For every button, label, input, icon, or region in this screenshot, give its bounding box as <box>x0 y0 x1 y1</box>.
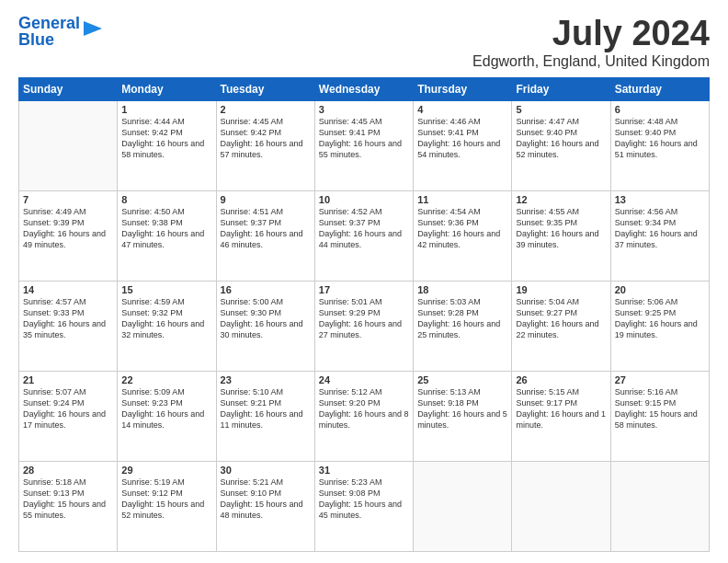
calendar-cell: 6Sunrise: 4:48 AMSunset: 9:40 PMDaylight… <box>610 100 709 190</box>
day-number: 27 <box>615 374 705 385</box>
calendar-cell: 5Sunrise: 4:47 AMSunset: 9:40 PMDaylight… <box>512 100 610 190</box>
col-header-thursday: Thursday <box>414 77 512 100</box>
week-row-4: 21Sunrise: 5:07 AMSunset: 9:24 PMDayligh… <box>19 371 710 461</box>
col-header-wednesday: Wednesday <box>314 77 413 100</box>
calendar-cell: 29Sunrise: 5:19 AMSunset: 9:12 PMDayligh… <box>118 461 216 551</box>
day-number: 5 <box>516 104 606 115</box>
logo: General Blue <box>18 15 102 48</box>
col-header-sunday: Sunday <box>19 77 118 100</box>
day-number: 11 <box>417 194 507 205</box>
day-number: 22 <box>121 374 211 385</box>
cell-details: Sunrise: 5:09 AMSunset: 9:23 PMDaylight:… <box>121 386 211 431</box>
calendar-cell: 28Sunrise: 5:18 AMSunset: 9:13 PMDayligh… <box>19 461 118 551</box>
logo-general: General <box>18 14 80 32</box>
logo-blue: Blue <box>18 30 54 49</box>
cell-details: Sunrise: 5:07 AMSunset: 9:24 PMDaylight:… <box>23 386 113 431</box>
cell-details: Sunrise: 5:04 AMSunset: 9:27 PMDaylight:… <box>516 296 606 341</box>
calendar-cell: 21Sunrise: 5:07 AMSunset: 9:24 PMDayligh… <box>19 371 118 461</box>
svg-marker-0 <box>84 21 102 36</box>
cell-details: Sunrise: 4:48 AMSunset: 9:40 PMDaylight:… <box>615 116 705 161</box>
calendar-cell <box>414 461 512 551</box>
calendar-cell: 7Sunrise: 4:49 AMSunset: 9:39 PMDaylight… <box>19 190 118 281</box>
cell-details: Sunrise: 4:44 AMSunset: 9:42 PMDaylight:… <box>121 116 211 161</box>
cell-details: Sunrise: 4:59 AMSunset: 9:32 PMDaylight:… <box>121 296 211 341</box>
calendar-cell: 16Sunrise: 5:00 AMSunset: 9:30 PMDayligh… <box>216 281 314 371</box>
cell-details: Sunrise: 4:45 AMSunset: 9:41 PMDaylight:… <box>319 116 409 161</box>
calendar-cell: 31Sunrise: 5:23 AMSunset: 9:08 PMDayligh… <box>314 461 413 551</box>
day-number: 21 <box>23 374 113 385</box>
cell-details: Sunrise: 5:23 AMSunset: 9:08 PMDaylight:… <box>319 477 409 522</box>
day-number: 16 <box>221 284 311 295</box>
day-number: 25 <box>417 374 507 385</box>
calendar-cell: 22Sunrise: 5:09 AMSunset: 9:23 PMDayligh… <box>118 371 216 461</box>
day-number: 19 <box>516 284 606 295</box>
day-number: 12 <box>516 194 606 205</box>
cell-details: Sunrise: 5:06 AMSunset: 9:25 PMDaylight:… <box>615 296 705 341</box>
week-row-3: 14Sunrise: 4:57 AMSunset: 9:33 PMDayligh… <box>19 281 710 371</box>
calendar-cell: 3Sunrise: 4:45 AMSunset: 9:41 PMDaylight… <box>314 100 413 190</box>
col-header-saturday: Saturday <box>610 77 709 100</box>
day-number: 28 <box>23 465 113 476</box>
day-number: 1 <box>121 104 211 115</box>
col-header-tuesday: Tuesday <box>216 77 314 100</box>
col-header-monday: Monday <box>118 77 216 100</box>
day-number: 3 <box>319 104 409 115</box>
day-number: 17 <box>319 284 409 295</box>
cell-details: Sunrise: 5:12 AMSunset: 9:20 PMDaylight:… <box>319 386 409 431</box>
calendar-cell <box>610 461 709 551</box>
calendar-cell: 20Sunrise: 5:06 AMSunset: 9:25 PMDayligh… <box>610 281 709 371</box>
calendar-cell: 13Sunrise: 4:56 AMSunset: 9:34 PMDayligh… <box>610 190 709 281</box>
calendar-cell: 1Sunrise: 4:44 AMSunset: 9:42 PMDaylight… <box>118 100 216 190</box>
cell-details: Sunrise: 4:54 AMSunset: 9:36 PMDaylight:… <box>417 206 507 251</box>
header-row: SundayMondayTuesdayWednesdayThursdayFrid… <box>19 77 710 100</box>
day-number: 2 <box>221 104 311 115</box>
calendar-cell: 23Sunrise: 5:10 AMSunset: 9:21 PMDayligh… <box>216 371 314 461</box>
cell-details: Sunrise: 4:49 AMSunset: 9:39 PMDaylight:… <box>23 206 113 251</box>
day-number: 24 <box>319 374 409 385</box>
day-number: 23 <box>221 374 311 385</box>
cell-details: Sunrise: 4:52 AMSunset: 9:37 PMDaylight:… <box>319 206 409 251</box>
cell-details: Sunrise: 5:21 AMSunset: 9:10 PMDaylight:… <box>221 477 311 522</box>
header: General Blue July 2024 Edgworth, England… <box>18 15 710 70</box>
day-number: 6 <box>615 104 705 115</box>
col-header-friday: Friday <box>512 77 610 100</box>
day-number: 7 <box>23 194 113 205</box>
calendar-cell: 19Sunrise: 5:04 AMSunset: 9:27 PMDayligh… <box>512 281 610 371</box>
cell-details: Sunrise: 4:55 AMSunset: 9:35 PMDaylight:… <box>516 206 606 251</box>
cell-details: Sunrise: 4:56 AMSunset: 9:34 PMDaylight:… <box>615 206 705 251</box>
calendar-table: SundayMondayTuesdayWednesdayThursdayFrid… <box>18 77 710 552</box>
subtitle: Edgworth, England, United Kingdom <box>472 53 710 70</box>
week-row-2: 7Sunrise: 4:49 AMSunset: 9:39 PMDaylight… <box>19 190 710 281</box>
calendar-cell: 27Sunrise: 5:16 AMSunset: 9:15 PMDayligh… <box>610 371 709 461</box>
day-number: 13 <box>615 194 705 205</box>
calendar-cell: 12Sunrise: 4:55 AMSunset: 9:35 PMDayligh… <box>512 190 610 281</box>
calendar-cell: 4Sunrise: 4:46 AMSunset: 9:41 PMDaylight… <box>414 100 512 190</box>
day-number: 30 <box>221 465 311 476</box>
title-block: July 2024 Edgworth, England, United King… <box>472 15 710 70</box>
cell-details: Sunrise: 5:03 AMSunset: 9:28 PMDaylight:… <box>417 296 507 341</box>
calendar-cell: 25Sunrise: 5:13 AMSunset: 9:18 PMDayligh… <box>414 371 512 461</box>
day-number: 9 <box>221 194 311 205</box>
day-number: 29 <box>121 465 211 476</box>
day-number: 15 <box>121 284 211 295</box>
main-title: July 2024 <box>472 15 710 53</box>
cell-details: Sunrise: 4:47 AMSunset: 9:40 PMDaylight:… <box>516 116 606 161</box>
calendar-cell: 15Sunrise: 4:59 AMSunset: 9:32 PMDayligh… <box>118 281 216 371</box>
day-number: 8 <box>121 194 211 205</box>
cell-details: Sunrise: 5:10 AMSunset: 9:21 PMDaylight:… <box>221 386 311 431</box>
week-row-5: 28Sunrise: 5:18 AMSunset: 9:13 PMDayligh… <box>19 461 710 551</box>
day-number: 31 <box>319 465 409 476</box>
cell-details: Sunrise: 5:19 AMSunset: 9:12 PMDaylight:… <box>121 477 211 522</box>
day-number: 10 <box>319 194 409 205</box>
cell-details: Sunrise: 4:45 AMSunset: 9:42 PMDaylight:… <box>221 116 311 161</box>
logo-arrow-icon <box>84 18 102 39</box>
day-number: 14 <box>23 284 113 295</box>
day-number: 26 <box>516 374 606 385</box>
calendar-cell: 18Sunrise: 5:03 AMSunset: 9:28 PMDayligh… <box>414 281 512 371</box>
cell-details: Sunrise: 4:50 AMSunset: 9:38 PMDaylight:… <box>121 206 211 251</box>
cell-details: Sunrise: 4:51 AMSunset: 9:37 PMDaylight:… <box>221 206 311 251</box>
calendar-cell: 8Sunrise: 4:50 AMSunset: 9:38 PMDaylight… <box>118 190 216 281</box>
calendar-cell: 10Sunrise: 4:52 AMSunset: 9:37 PMDayligh… <box>314 190 413 281</box>
day-number: 4 <box>417 104 507 115</box>
cell-details: Sunrise: 5:16 AMSunset: 9:15 PMDaylight:… <box>615 386 705 431</box>
